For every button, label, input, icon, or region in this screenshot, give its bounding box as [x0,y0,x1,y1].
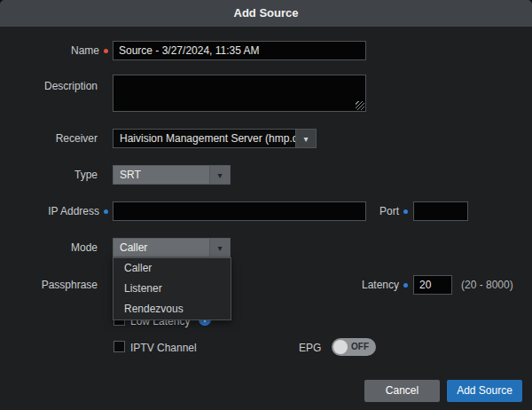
latency-input[interactable] [413,275,452,295]
receiver-select[interactable]: Haivision Management Server (hmp.demo.ha… [113,129,317,148]
required-marker [104,209,108,214]
receiver-label: Receiver [0,129,98,148]
required-marker [403,209,408,214]
dropdown-option-caller[interactable]: Caller [113,258,231,279]
required-marker [104,49,108,53]
passphrase-label: Passphrase [0,275,98,295]
chevron-down-icon: ▾ [295,130,316,147]
dropdown-option-rendezvous[interactable]: Rendezvous [113,299,231,319]
mode-selected-value: Caller [113,239,209,256]
name-input[interactable] [113,41,366,60]
mode-label: Mode [0,238,98,257]
ip-address-label: IP Address [0,201,108,221]
epg-label: EPG [299,342,321,354]
epg-toggle-state: OFF [351,338,369,356]
description-label: Description [0,76,98,96]
type-selected-value: SRT [113,166,209,184]
description-input[interactable] [113,75,366,112]
iptv-channel-checkbox[interactable] [113,341,125,352]
type-select[interactable]: SRT ▾ [113,165,231,185]
epg-toggle[interactable]: OFF [332,338,376,356]
ip-address-input[interactable] [113,201,366,221]
add-source-dialog: Add Source Name Description Receiver Hai… [0,0,532,410]
latency-label: Latency [319,275,408,295]
dialog-title: Add Source [0,0,532,27]
name-label: Name [0,41,108,60]
chevron-down-icon: ▾ [209,239,230,256]
port-input[interactable] [413,201,468,221]
mode-dropdown-menu: Caller Listener Rendezvous [113,257,231,320]
chevron-down-icon: ▾ [209,166,230,184]
add-source-button[interactable]: Add Source [447,380,522,402]
mode-select[interactable]: Caller ▾ [113,238,231,257]
toggle-knob-icon [333,340,348,354]
resize-handle-icon[interactable] [356,101,364,110]
latency-range-hint: (20 - 8000) [461,275,513,295]
receiver-selected-value: Haivision Management Server (hmp.demo.ha… [113,130,295,147]
required-marker [403,283,408,288]
type-label: Type [0,165,98,185]
port-label: Port [349,201,408,221]
dropdown-option-listener[interactable]: Listener [113,279,231,299]
iptv-channel-label: IPTV Channel [130,342,197,354]
cancel-button[interactable]: Cancel [364,380,440,402]
